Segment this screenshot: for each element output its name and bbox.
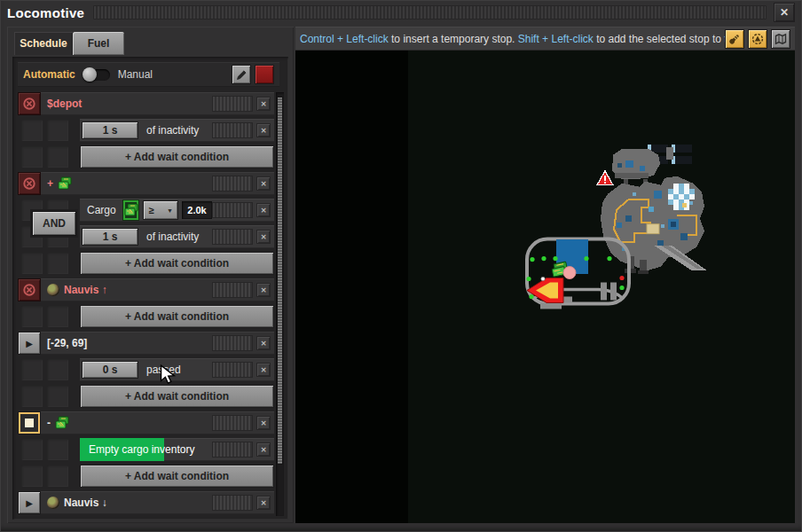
nauvis-planet-icon: [47, 284, 59, 296]
station-play-icon[interactable]: ▶: [19, 492, 40, 513]
remove-condition-button[interactable]: ✕: [256, 363, 271, 377]
drag-handle[interactable]: [212, 96, 253, 112]
and-connector-button[interactable]: AND: [32, 211, 76, 236]
drag-handle[interactable]: [212, 362, 253, 378]
map-hint-text: Control + Left-click to insert a tempora…: [300, 33, 725, 45]
window-body: Schedule Fuel Automatic Manual: [7, 27, 795, 523]
remove-station-button[interactable]: ✕: [256, 176, 271, 191]
pencil-icon: [236, 69, 248, 81]
station-name: Nauvis ↑: [47, 284, 107, 296]
station-row-circuit-plus[interactable]: + ✕: [18, 172, 274, 195]
remove-station-button[interactable]: ✕: [256, 283, 271, 297]
train-color-button[interactable]: [255, 65, 274, 84]
station-name: +: [47, 176, 72, 191]
add-condition-row: + Add wait condition: [18, 385, 274, 408]
drag-handle[interactable]: [212, 282, 253, 298]
time-value-button[interactable]: 1 s: [82, 228, 138, 246]
schedule-inner-panel: Automatic Manual $depot: [12, 57, 288, 520]
chevron-down-icon: ▼: [167, 207, 173, 214]
locomotive-window: Locomotive ✕ Schedule Fuel Automatic Man…: [0, 0, 802, 532]
station-stopped-icon[interactable]: [19, 412, 40, 434]
add-wait-condition-button[interactable]: + Add wait condition: [80, 305, 274, 328]
condition-text: passed: [146, 364, 181, 376]
drag-handle[interactable]: [212, 415, 253, 431]
condition-slot: [21, 466, 43, 487]
wait-condition-row: 1 s of inactivity ✕: [18, 119, 274, 142]
remove-condition-button[interactable]: ✕: [256, 442, 271, 457]
add-condition-row: + Add wait condition: [18, 305, 274, 328]
drag-handle[interactable]: [212, 202, 253, 218]
station-unreachable-icon[interactable]: [19, 173, 40, 194]
drag-handle[interactable]: [212, 442, 253, 458]
time-value-button[interactable]: 1 s: [82, 121, 138, 139]
window-title: Locomotive: [7, 5, 84, 20]
close-button[interactable]: ✕: [774, 3, 795, 22]
scrollbar-thumb[interactable]: [277, 97, 283, 465]
remove-condition-button[interactable]: ✕: [256, 203, 271, 217]
drag-handle[interactable]: [212, 495, 253, 511]
drag-handle[interactable]: [212, 176, 253, 192]
cargo-item-button[interactable]: [123, 200, 139, 220]
drag-handle[interactable]: [212, 335, 253, 351]
map-hint-bar: Control + Left-click to insert a tempora…: [295, 27, 795, 51]
add-condition-row: + Add wait condition: [18, 145, 274, 168]
train-map-view[interactable]: [295, 51, 795, 523]
remove-station-button[interactable]: ✕: [256, 496, 271, 510]
drag-handle[interactable]: [212, 122, 253, 138]
mode-toggle[interactable]: [83, 69, 110, 81]
station-unreachable-icon[interactable]: [19, 93, 40, 114]
wait-condition-row: 0 s passed ✕: [18, 358, 274, 381]
condition-box: Cargo ≥ ▼ 2.0k ✕: [80, 199, 274, 222]
red-signal: [619, 276, 624, 280]
condition-slot: [47, 306, 68, 327]
station-row-depot[interactable]: $depot ✕: [18, 92, 274, 115]
station-row-nauvis-up[interactable]: Nauvis ↑ ✕: [18, 278, 274, 301]
stop-square-icon: [25, 419, 34, 427]
show-rail-path-button[interactable]: [725, 29, 744, 49]
drag-handle[interactable]: [212, 229, 253, 245]
tab-fuel[interactable]: Fuel: [73, 32, 124, 55]
rename-train-button[interactable]: [232, 65, 251, 84]
condition-text: Empty cargo inventory: [82, 443, 194, 456]
remove-condition-button[interactable]: ✕: [256, 123, 271, 137]
toggle-knob[interactable]: [83, 67, 97, 82]
tab-schedule[interactable]: Schedule: [14, 32, 73, 55]
schedule-list: $depot ✕ 1 s of inactivity ✕: [18, 92, 274, 516]
remove-station-button[interactable]: ✕: [256, 336, 271, 350]
add-condition-row: + Add wait condition: [18, 252, 274, 275]
center-on-train-button[interactable]: [748, 29, 767, 49]
electronic-circuit-icon: [124, 203, 138, 217]
condition-slot: [47, 439, 68, 460]
time-value-button[interactable]: 0 s: [82, 361, 138, 379]
condition-slot: [47, 386, 68, 407]
automatic-label: Automatic: [23, 68, 75, 81]
remove-station-button[interactable]: ✕: [256, 416, 271, 430]
titlebar-drag-handle[interactable]: [93, 5, 767, 20]
cargo-amount-value[interactable]: 2.0k: [182, 201, 212, 219]
comparator-dropdown[interactable]: ≥ ▼: [143, 200, 178, 220]
station-row-nauvis-down[interactable]: ▶ Nauvis ↓ ✕: [18, 491, 274, 514]
condition-slot: [21, 146, 43, 168]
condition-slot: [47, 359, 68, 380]
condition-box: 1 s of inactivity ✕: [80, 225, 274, 248]
add-wait-condition-button[interactable]: + Add wait condition: [80, 385, 274, 408]
remove-condition-button[interactable]: ✕: [256, 230, 271, 244]
condition-slot: [21, 306, 43, 327]
add-wait-condition-button[interactable]: + Add wait condition: [80, 465, 274, 488]
condition-box: Empty cargo inventory ✕: [80, 438, 274, 461]
remove-station-button[interactable]: ✕: [256, 97, 271, 111]
schedule-scrollbar[interactable]: [276, 92, 284, 516]
station-unreachable-icon[interactable]: [19, 279, 40, 301]
open-in-map-view-button[interactable]: [771, 29, 790, 49]
add-wait-condition-button[interactable]: + Add wait condition: [80, 145, 274, 168]
map-panel: Control + Left-click to insert a tempora…: [295, 27, 795, 523]
station-row-circuit-minus[interactable]: - ✕: [18, 411, 274, 434]
condition-slot: [47, 146, 68, 168]
station-name: $depot: [47, 98, 82, 110]
mode-row: Automatic Manual: [18, 62, 279, 87]
condition-slot: [21, 253, 43, 274]
add-wait-condition-button[interactable]: + Add wait condition: [80, 252, 274, 275]
station-row-temp-stop[interactable]: ▶ [-29, 69] ✕: [18, 332, 274, 355]
station-play-icon[interactable]: ▶: [19, 332, 40, 354]
tab-bar: Schedule Fuel: [14, 32, 124, 55]
